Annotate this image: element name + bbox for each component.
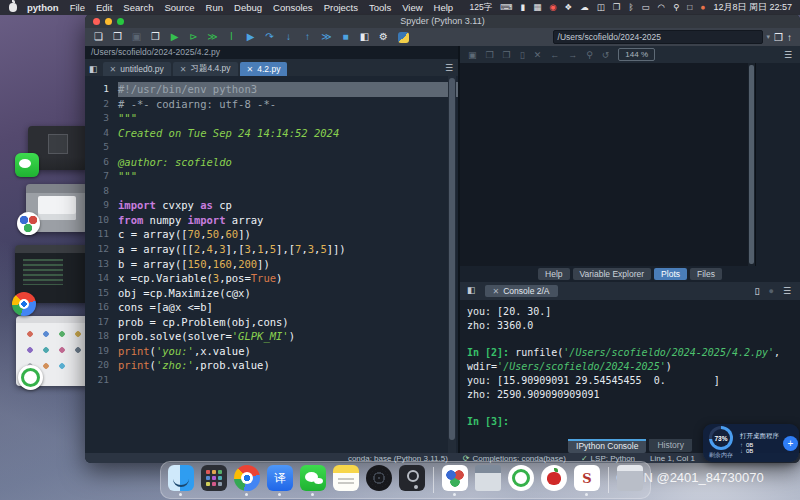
kernel-env-icon[interactable]: ▯ — [755, 286, 760, 296]
pane-tab-files[interactable]: Files — [690, 268, 722, 280]
mic-icon[interactable]: ▮ — [520, 0, 525, 15]
step-over-icon[interactable]: ↷ — [260, 28, 279, 46]
menu-item-source[interactable]: Source — [164, 2, 194, 13]
browse-tabs-icon[interactable]: ◧ — [89, 64, 98, 74]
previous-plot-icon[interactable]: ← — [550, 50, 559, 60]
dock-finder[interactable] — [168, 465, 194, 495]
wechat-badge-icon[interactable] — [15, 153, 39, 177]
menu-item-file[interactable]: File — [70, 2, 85, 13]
plot-thumbnails-strip[interactable] — [755, 63, 800, 266]
dock-circles-app[interactable] — [442, 465, 468, 495]
run-selection-icon[interactable]: I — [222, 28, 241, 46]
dock-apple-app[interactable] — [541, 465, 567, 495]
save-all-icon[interactable]: ❒ — [146, 28, 165, 46]
code-editor[interactable]: 1#!/usr/bin/env python32# -*- codiarng: … — [85, 76, 458, 453]
close-console-icon[interactable]: ✕ — [493, 287, 500, 296]
run-file-icon[interactable]: ▶ — [165, 28, 184, 46]
pane-tab-variable-explorer[interactable]: Variable Explorer — [573, 268, 652, 280]
ipython-console[interactable]: you: [20. 30.]zho: 3360.0 In [2]: runfil… — [460, 300, 800, 439]
window-icon[interactable]: ❐ — [613, 0, 621, 15]
close-tab-icon[interactable]: ✕ — [247, 65, 254, 74]
menu-item-edit[interactable]: Edit — [96, 2, 112, 13]
run-cell-advance-icon[interactable]: ≫ — [203, 28, 222, 46]
screen-record-icon[interactable]: ◉ — [549, 0, 556, 15]
pane-tab-help[interactable]: Help — [538, 268, 569, 280]
debug-file-icon[interactable]: ▶ — [241, 28, 260, 46]
menu-item-consoles[interactable]: Consoles — [273, 2, 313, 13]
dock-green-ring-app[interactable] — [508, 465, 534, 495]
apple-menu-icon[interactable] — [9, 3, 17, 12]
wifi-icon[interactable]: ◠ — [658, 0, 665, 15]
workdir-dropdown-icon[interactable]: ▾ — [767, 33, 771, 41]
window-titlebar[interactable]: Spyder (Python 3.11) — [85, 14, 800, 28]
editor-tab-untitled0.py[interactable]: ✕untitled0.py — [103, 62, 171, 76]
editor-tab-4.2.py[interactable]: ✕4.2.py — [240, 62, 288, 76]
chrome-badge-icon[interactable] — [12, 292, 36, 316]
preferences-icon[interactable]: ⚙ — [374, 28, 393, 46]
open-file-icon[interactable]: ❐ — [108, 28, 127, 46]
dock-wechat[interactable] — [300, 465, 326, 495]
console-view-tab-history[interactable]: History — [649, 439, 691, 452]
next-plot-icon[interactable]: → — [568, 50, 577, 60]
stop-icon[interactable]: ■ — [336, 28, 355, 46]
battery-icon[interactable]: ▭ — [641, 0, 649, 15]
editor-options-menu-icon[interactable]: ☰ — [445, 63, 453, 73]
zoom-window-button[interactable] — [117, 18, 124, 25]
save-all-plots-icon[interactable]: ❒ — [486, 50, 494, 60]
dock-trash[interactable] — [617, 465, 643, 495]
shapes-icon[interactable]: ❖ — [565, 0, 573, 15]
copy-plot-icon[interactable]: ❐ — [503, 50, 511, 60]
remove-all-plots-icon[interactable]: ✕ — [534, 50, 542, 60]
save-plot-icon[interactable]: ▣ — [468, 50, 477, 60]
dock-notes[interactable] — [333, 465, 359, 495]
dock-settings[interactable] — [366, 465, 392, 495]
console-view-tab-ipython-console[interactable]: IPython Console — [568, 439, 646, 453]
dock-chrome[interactable] — [234, 465, 260, 495]
minimize-window-button[interactable] — [105, 18, 112, 25]
dock-translate[interactable]: 译 — [267, 465, 293, 495]
status-dot-icon[interactable]: ● — [700, 0, 705, 15]
zoom-out-icon[interactable]: ↺ — [602, 50, 610, 60]
menu-item-debug[interactable]: Debug — [234, 2, 262, 13]
console-tab[interactable]: ✕ Console 2/A — [485, 285, 558, 297]
ime-icon[interactable]: ⌨ — [500, 0, 512, 15]
parent-directory-icon[interactable]: ↑ — [787, 32, 792, 43]
plot-zoom-level[interactable]: 144 % — [618, 48, 655, 61]
options-menu-icon[interactable]: ☰ — [783, 286, 791, 296]
maximize-pane-icon[interactable]: ◧ — [355, 28, 374, 46]
overlay-add-button[interactable]: + — [783, 436, 798, 451]
close-tab-icon[interactable]: ✕ — [180, 65, 187, 74]
run-cell-icon[interactable]: ⊳ — [184, 28, 203, 46]
menubar-clock[interactable]: 12月8日 周日 22:57 — [713, 1, 792, 14]
dock-launchpad[interactable] — [201, 465, 227, 495]
browse-directory-icon[interactable]: ❐ — [774, 32, 783, 43]
bluetooth-icon[interactable]: ᛒ — [628, 0, 633, 15]
python-env-icon[interactable] — [398, 32, 409, 43]
dock-minimized-window[interactable] — [475, 465, 501, 495]
display-icon[interactable]: □ — [687, 0, 692, 15]
pane-tab-plots[interactable]: Plots — [654, 268, 687, 280]
new-file-icon[interactable]: ❏ — [89, 28, 108, 46]
cloud-icon[interactable]: ☁ — [580, 0, 589, 15]
plots-options-menu-icon[interactable]: ☰ — [784, 50, 792, 60]
split-view-icon[interactable]: ◫ — [597, 0, 605, 15]
step-into-icon[interactable]: ↓ — [279, 28, 298, 46]
working-directory-field[interactable]: /Users/scofieldo/2024-2025 — [553, 30, 763, 44]
plots-scrollbar[interactable] — [748, 63, 755, 266]
search-icon[interactable]: ⚲ — [673, 0, 679, 15]
menu-app-name[interactable]: python — [27, 2, 59, 13]
keyboard-viewer-icon[interactable]: ▦ — [533, 0, 541, 15]
greenring-badge-icon[interactable] — [18, 365, 43, 390]
menu-item-help[interactable]: Help — [434, 2, 454, 13]
menu-item-projects[interactable]: Projects — [324, 2, 358, 13]
dock-spyder[interactable]: S — [574, 465, 600, 495]
zoom-in-icon[interactable]: ⚲ — [586, 50, 593, 60]
close-window-button[interactable] — [93, 18, 100, 25]
remove-plot-icon[interactable]: ▯ — [520, 50, 525, 60]
busy-indicator-icon[interactable]: ● — [768, 286, 773, 296]
dock-keychain[interactable] — [399, 465, 425, 495]
menu-item-tools[interactable]: Tools — [369, 2, 391, 13]
menu-item-view[interactable]: View — [402, 2, 422, 13]
step-out-icon[interactable]: ↑ — [298, 28, 317, 46]
menu-item-run[interactable]: Run — [206, 2, 223, 13]
